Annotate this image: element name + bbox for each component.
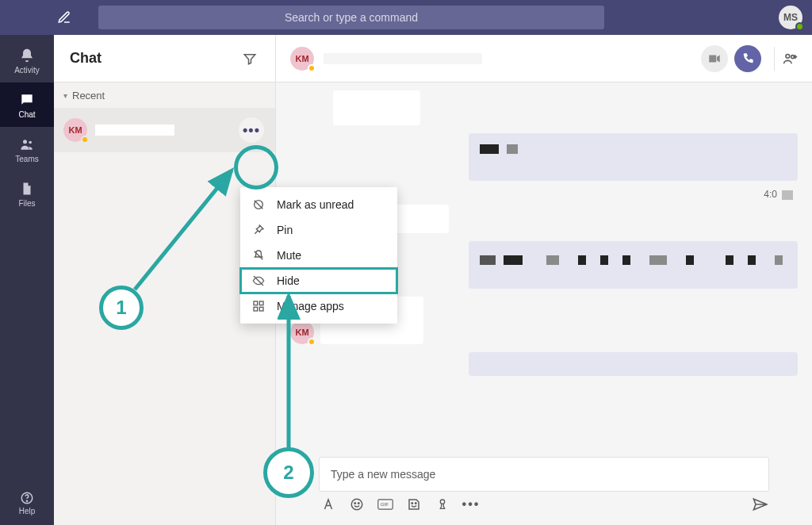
compose-input[interactable]: Type a new message	[319, 457, 769, 492]
ctx-mute-label: Mute	[277, 249, 301, 262]
send-button[interactable]	[752, 496, 768, 512]
apps-icon	[251, 299, 266, 313]
files-icon	[18, 180, 36, 197]
annotation-step-2-label: 2	[283, 462, 293, 484]
add-people-button[interactable]	[774, 47, 798, 71]
svg-rect-7	[254, 307, 258, 311]
rail-files-label: Files	[18, 199, 35, 208]
rail-help[interactable]: Help	[0, 484, 54, 522]
sticker-icon[interactable]	[406, 496, 422, 512]
presence-available-icon	[795, 22, 804, 31]
ctx-pin[interactable]: Pin	[240, 217, 397, 243]
pin-icon	[251, 223, 266, 237]
chat-list-item[interactable]: KM •••	[54, 108, 275, 152]
compose-toolbar: GIF •••	[319, 492, 769, 517]
annotation-step-2: 2	[263, 447, 314, 498]
praise-icon[interactable]	[435, 496, 450, 512]
compose-new-icon[interactable]	[54, 7, 75, 28]
ctx-mark-unread[interactable]: Mark as unread	[240, 192, 397, 217]
conversation-actions	[701, 45, 798, 72]
current-user-avatar[interactable]: MS	[779, 6, 802, 29]
more-icon: •••	[243, 122, 260, 139]
conversation-avatar[interactable]: KM	[290, 47, 314, 71]
emoji-icon[interactable]	[349, 496, 365, 512]
chat-icon	[18, 91, 36, 109]
svg-point-0	[23, 140, 27, 144]
format-icon[interactable]	[320, 496, 336, 512]
rail-chat[interactable]: Chat	[0, 82, 54, 127]
message-bubble-redacted	[469, 352, 798, 376]
rail-files[interactable]: Files	[0, 171, 54, 216]
timestamp-redacted	[782, 190, 793, 200]
filter-icon[interactable]	[240, 49, 259, 68]
chevron-down-icon: ▾	[63, 91, 67, 100]
gif-icon[interactable]: GIF	[377, 496, 393, 512]
message-bubble-redacted	[469, 241, 798, 289]
audio-call-button[interactable]	[734, 45, 761, 72]
bell-icon	[18, 47, 36, 64]
teams-icon	[18, 136, 36, 153]
chat-list-section-label: Recent	[72, 90, 105, 102]
more-tools-icon[interactable]: •••	[463, 496, 479, 512]
svg-point-20	[440, 500, 444, 504]
current-user-initials: MS	[783, 12, 798, 23]
chat-item-initials: KM	[68, 125, 82, 135]
svg-rect-5	[254, 301, 258, 305]
svg-point-3	[26, 500, 27, 501]
message-incoming	[290, 90, 798, 125]
chat-item-name-redacted	[95, 125, 174, 136]
rail-activity-label: Activity	[14, 66, 40, 75]
video-call-button[interactable]	[701, 45, 728, 72]
svg-point-18	[412, 503, 413, 504]
ctx-manage-apps[interactable]: Manage apps	[240, 293, 397, 319]
message-outgoing	[290, 352, 798, 376]
rail-help-label: Help	[19, 507, 36, 515]
message-bubble-redacted	[333, 90, 420, 125]
svg-point-11	[786, 54, 790, 58]
ctx-hide[interactable]: Hide	[240, 268, 397, 293]
ctx-mute[interactable]: Mute	[240, 243, 397, 268]
add-people-icon	[783, 51, 798, 67]
help-icon	[20, 491, 34, 505]
ctx-mark-unread-label: Mark as unread	[277, 198, 354, 211]
conversation-header: KM	[276, 35, 812, 82]
ctx-pin-label: Pin	[277, 224, 293, 236]
svg-point-15	[358, 503, 360, 504]
presence-away-icon	[308, 338, 316, 346]
presence-away-icon	[308, 64, 316, 72]
annotation-step-1: 1	[99, 285, 144, 330]
message-bubble-redacted	[469, 133, 798, 181]
chat-list-section-recent[interactable]: ▾ Recent	[54, 82, 275, 108]
svg-point-13	[351, 499, 362, 510]
svg-point-1	[29, 140, 32, 144]
svg-point-19	[416, 503, 417, 504]
svg-rect-8	[259, 307, 263, 311]
ctx-hide-label: Hide	[277, 274, 300, 287]
left-rail: Activity Chat Teams Files Help	[0, 35, 54, 525]
annotation-step-1-label: 1	[116, 297, 126, 319]
chat-item-avatar: KM	[63, 118, 87, 142]
rail-chat-label: Chat	[18, 110, 35, 119]
conversation-name-redacted	[324, 53, 482, 64]
title-bar: Search or type a command MS	[0, 0, 812, 35]
ctx-manage-apps-label: Manage apps	[277, 300, 344, 312]
rail-teams-label: Teams	[15, 155, 38, 163]
mute-icon	[251, 248, 266, 262]
compose-area: Type a new message GIF •••	[276, 457, 812, 525]
annotation-ring-more	[234, 145, 278, 190]
mark-unread-icon	[251, 197, 266, 212]
video-icon	[707, 52, 722, 66]
rail-teams[interactable]: Teams	[0, 127, 54, 171]
svg-point-14	[354, 503, 356, 504]
chat-list-title: Chat	[70, 50, 102, 67]
chat-context-menu: Mark as unread Pin Mute Hide Manage apps	[240, 187, 397, 324]
search-input[interactable]: Search or type a command	[98, 6, 604, 29]
rail-activity[interactable]: Activity	[0, 38, 54, 82]
message-timestamp: 4:0	[764, 189, 777, 200]
hide-icon	[251, 274, 266, 288]
chat-item-more-button[interactable]: •••	[239, 117, 264, 143]
message-sender-initials: KM	[295, 328, 308, 337]
message-sender-avatar: KM	[290, 320, 314, 344]
message-outgoing	[290, 133, 798, 181]
presence-away-icon	[81, 136, 89, 144]
